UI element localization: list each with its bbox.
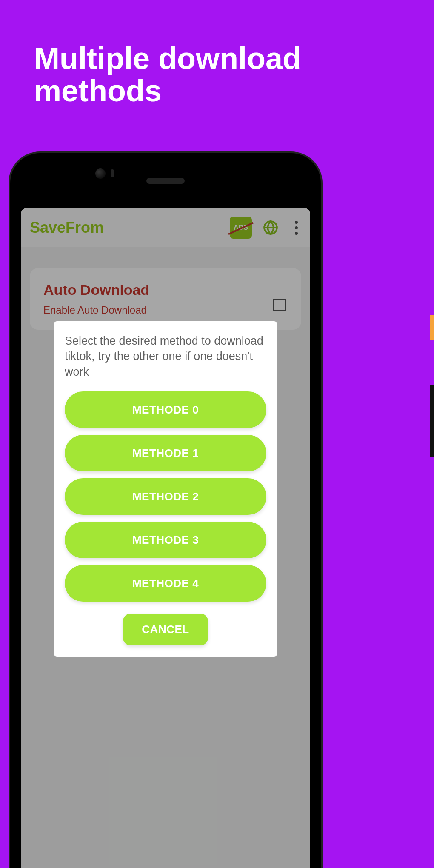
dialog-message: Select the desired method to download ti… — [65, 333, 266, 380]
method-dialog: Select the desired method to download ti… — [54, 321, 277, 657]
method-4-button[interactable]: METHODE 4 — [65, 565, 266, 602]
phone-volume-button — [430, 385, 434, 457]
phone-screen: SaveFrom ADS Auto Download Enable Auto D… — [21, 208, 310, 868]
phone-speaker — [146, 178, 185, 184]
phone-side-button — [430, 315, 434, 340]
phone-frame: SaveFrom ADS Auto Download Enable Auto D… — [10, 153, 321, 868]
phone-sensor — [111, 169, 114, 177]
method-0-button[interactable]: METHODE 0 — [65, 391, 266, 428]
cancel-button[interactable]: CANCEL — [123, 614, 208, 645]
promo-headline: Multiple download methods — [34, 43, 434, 107]
method-2-button[interactable]: METHODE 2 — [65, 478, 266, 515]
method-1-button[interactable]: METHODE 1 — [65, 435, 266, 471]
phone-camera — [95, 168, 106, 179]
method-3-button[interactable]: METHODE 3 — [65, 522, 266, 558]
